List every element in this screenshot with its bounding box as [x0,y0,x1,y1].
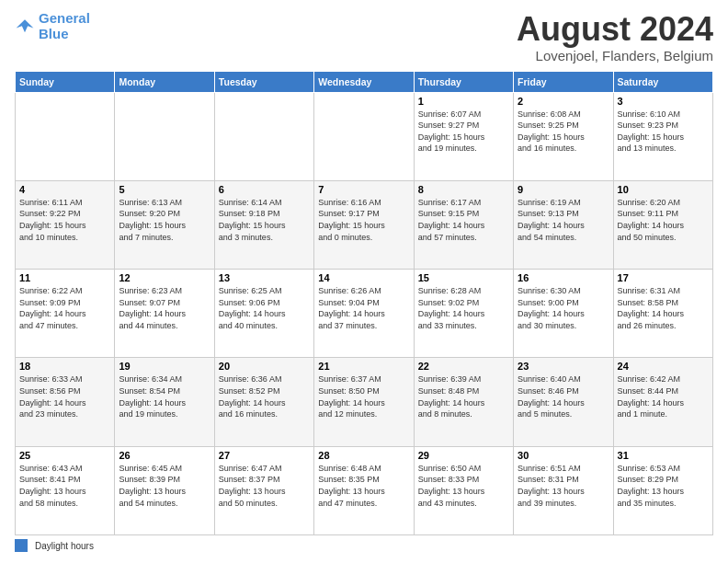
day-info: Sunrise: 6:19 AM Sunset: 9:13 PM Dayligh… [518,197,609,243]
day-info: Sunrise: 6:42 AM Sunset: 8:44 PM Dayligh… [618,373,709,419]
table-row: 26Sunrise: 6:45 AM Sunset: 8:39 PM Dayli… [115,446,214,534]
day-number: 12 [119,272,210,283]
daylight-legend-box [15,539,28,552]
day-info: Sunrise: 6:37 AM Sunset: 8:50 PM Dayligh… [318,373,409,419]
day-number: 19 [119,361,210,372]
day-info: Sunrise: 6:36 AM Sunset: 8:52 PM Dayligh… [219,373,310,419]
table-row: 9Sunrise: 6:19 AM Sunset: 9:13 PM Daylig… [514,180,613,269]
title-block: August 2024 Lovenjoel, Flanders, Belgium [517,11,713,63]
logo-icon [15,17,35,37]
day-number: 23 [518,361,609,372]
table-row [314,92,414,180]
day-number: 22 [418,361,509,372]
table-row: 28Sunrise: 6:48 AM Sunset: 8:35 PM Dayli… [314,446,414,534]
table-row: 19Sunrise: 6:34 AM Sunset: 8:54 PM Dayli… [115,358,214,446]
day-info: Sunrise: 6:45 AM Sunset: 8:39 PM Dayligh… [119,463,210,509]
day-info: Sunrise: 6:39 AM Sunset: 8:48 PM Dayligh… [418,373,509,419]
calendar: Sunday Monday Tuesday Wednesday Thursday… [15,71,713,535]
day-number: 27 [219,450,310,461]
table-row: 20Sunrise: 6:36 AM Sunset: 8:52 PM Dayli… [214,358,313,446]
day-number: 5 [119,184,210,195]
day-info: Sunrise: 6:14 AM Sunset: 9:18 PM Dayligh… [219,197,310,243]
day-number: 18 [19,361,110,372]
day-info: Sunrise: 6:50 AM Sunset: 8:33 PM Dayligh… [418,463,509,509]
table-row: 8Sunrise: 6:17 AM Sunset: 9:15 PM Daylig… [414,180,513,269]
col-monday: Monday [115,71,214,92]
day-number: 2 [518,96,609,107]
day-info: Sunrise: 6:16 AM Sunset: 9:17 PM Dayligh… [318,197,409,243]
day-number: 7 [318,184,409,195]
header: GeneralBlue August 2024 Lovenjoel, Fland… [15,11,713,63]
day-info: Sunrise: 6:23 AM Sunset: 9:07 PM Dayligh… [119,285,210,331]
day-number: 9 [518,184,609,195]
col-sunday: Sunday [16,71,115,92]
table-row: 2Sunrise: 6:08 AM Sunset: 9:25 PM Daylig… [514,92,613,180]
table-row: 31Sunrise: 6:53 AM Sunset: 8:29 PM Dayli… [613,446,712,534]
col-saturday: Saturday [613,71,712,92]
table-row: 21Sunrise: 6:37 AM Sunset: 8:50 PM Dayli… [314,358,414,446]
col-friday: Friday [514,71,613,92]
day-info: Sunrise: 6:08 AM Sunset: 9:25 PM Dayligh… [518,109,609,155]
day-number: 25 [19,450,110,461]
calendar-week-3: 18Sunrise: 6:33 AM Sunset: 8:56 PM Dayli… [16,358,713,446]
day-info: Sunrise: 6:17 AM Sunset: 9:15 PM Dayligh… [418,197,509,243]
day-info: Sunrise: 6:53 AM Sunset: 8:29 PM Dayligh… [618,463,709,509]
table-row: 5Sunrise: 6:13 AM Sunset: 9:20 PM Daylig… [115,180,214,269]
table-row [214,92,313,180]
svg-marker-0 [17,19,34,32]
day-number: 17 [618,272,709,283]
table-row: 10Sunrise: 6:20 AM Sunset: 9:11 PM Dayli… [613,180,712,269]
calendar-week-1: 4Sunrise: 6:11 AM Sunset: 9:22 PM Daylig… [16,180,713,269]
day-info: Sunrise: 6:26 AM Sunset: 9:04 PM Dayligh… [318,285,409,331]
day-number: 26 [119,450,210,461]
table-row: 6Sunrise: 6:14 AM Sunset: 9:18 PM Daylig… [214,180,313,269]
day-info: Sunrise: 6:34 AM Sunset: 8:54 PM Dayligh… [119,373,210,419]
table-row: 25Sunrise: 6:43 AM Sunset: 8:41 PM Dayli… [16,446,115,534]
day-number: 13 [219,272,310,283]
table-row: 24Sunrise: 6:42 AM Sunset: 8:44 PM Dayli… [613,358,712,446]
table-row: 4Sunrise: 6:11 AM Sunset: 9:22 PM Daylig… [16,180,115,269]
day-info: Sunrise: 6:33 AM Sunset: 8:56 PM Dayligh… [19,373,110,419]
day-number: 8 [418,184,509,195]
calendar-week-0: 1Sunrise: 6:07 AM Sunset: 9:27 PM Daylig… [16,92,713,180]
day-number: 29 [418,450,509,461]
day-info: Sunrise: 6:31 AM Sunset: 8:58 PM Dayligh… [618,285,709,331]
table-row: 16Sunrise: 6:30 AM Sunset: 9:00 PM Dayli… [514,270,613,358]
table-row [16,92,115,180]
table-row: 3Sunrise: 6:10 AM Sunset: 9:23 PM Daylig… [613,92,712,180]
day-info: Sunrise: 6:25 AM Sunset: 9:06 PM Dayligh… [219,285,310,331]
calendar-week-4: 25Sunrise: 6:43 AM Sunset: 8:41 PM Dayli… [16,446,713,534]
day-info: Sunrise: 6:20 AM Sunset: 9:11 PM Dayligh… [618,197,709,243]
day-info: Sunrise: 6:22 AM Sunset: 9:09 PM Dayligh… [19,285,110,331]
calendar-week-2: 11Sunrise: 6:22 AM Sunset: 9:09 PM Dayli… [16,270,713,358]
logo: GeneralBlue [15,11,90,41]
day-info: Sunrise: 6:51 AM Sunset: 8:31 PM Dayligh… [518,463,609,509]
day-info: Sunrise: 6:47 AM Sunset: 8:37 PM Dayligh… [219,463,310,509]
page: GeneralBlue August 2024 Lovenjoel, Fland… [0,0,728,563]
day-number: 16 [518,272,609,283]
day-number: 10 [618,184,709,195]
table-row: 22Sunrise: 6:39 AM Sunset: 8:48 PM Dayli… [414,358,513,446]
day-number: 1 [418,96,509,107]
day-info: Sunrise: 6:11 AM Sunset: 9:22 PM Dayligh… [19,197,110,243]
day-number: 24 [618,361,709,372]
table-row: 18Sunrise: 6:33 AM Sunset: 8:56 PM Dayli… [16,358,115,446]
day-number: 20 [219,361,310,372]
day-info: Sunrise: 6:07 AM Sunset: 9:27 PM Dayligh… [418,109,509,155]
table-row: 27Sunrise: 6:47 AM Sunset: 8:37 PM Dayli… [214,446,313,534]
day-info: Sunrise: 6:30 AM Sunset: 9:00 PM Dayligh… [518,285,609,331]
table-row: 30Sunrise: 6:51 AM Sunset: 8:31 PM Dayli… [514,446,613,534]
day-number: 4 [19,184,110,195]
col-tuesday: Tuesday [214,71,313,92]
table-row: 15Sunrise: 6:28 AM Sunset: 9:02 PM Dayli… [414,270,513,358]
day-info: Sunrise: 6:48 AM Sunset: 8:35 PM Dayligh… [318,463,409,509]
day-info: Sunrise: 6:28 AM Sunset: 9:02 PM Dayligh… [418,285,509,331]
logo-text: GeneralBlue [39,11,90,41]
day-info: Sunrise: 6:40 AM Sunset: 8:46 PM Dayligh… [518,373,609,419]
day-number: 14 [318,272,409,283]
table-row: 14Sunrise: 6:26 AM Sunset: 9:04 PM Dayli… [314,270,414,358]
day-number: 21 [318,361,409,372]
day-number: 15 [418,272,509,283]
table-row: 23Sunrise: 6:40 AM Sunset: 8:46 PM Dayli… [514,358,613,446]
table-row: 7Sunrise: 6:16 AM Sunset: 9:17 PM Daylig… [314,180,414,269]
